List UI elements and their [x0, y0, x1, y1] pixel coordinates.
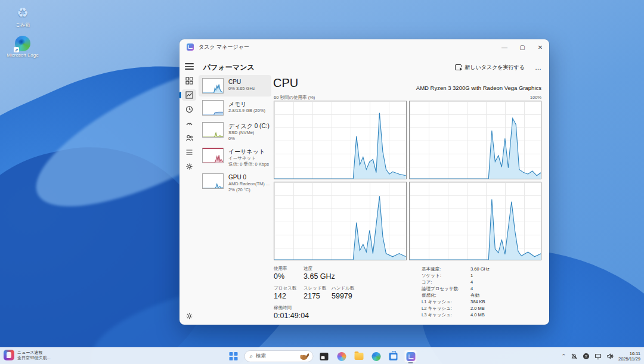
ethernet-mini-chart	[202, 148, 224, 163]
chart-max-label: 100%	[530, 95, 541, 100]
close-button[interactable]: ✕	[531, 40, 549, 54]
processes-label: プロセス数	[274, 285, 296, 291]
sidebar-item-ethernet[interactable]: イーサネット イーサネット 送信: 0 受信: 0 Kbps	[199, 145, 271, 170]
notification-bell-icon[interactable]	[571, 353, 578, 360]
threads-value: 2175	[304, 292, 320, 300]
l1-cache-value: 384 KB	[470, 299, 485, 304]
microsoft-store-icon	[389, 353, 398, 360]
search-placeholder: 検索	[256, 353, 295, 360]
taskbar-search-box[interactable]: ⌕ 検索	[244, 350, 314, 362]
startup-apps-icon	[185, 120, 193, 127]
run-new-task-label: 新しいタスクを実行する	[465, 64, 525, 71]
services-icon	[185, 163, 193, 170]
start-button[interactable]	[227, 350, 240, 363]
sidebar-disk-sub2: 0%	[228, 136, 269, 142]
shortcut-arrow-icon: ↗	[14, 47, 19, 52]
sidebar-gpu-sub1: AMD Radeon(TM) ...	[228, 181, 269, 187]
task-view-icon	[320, 353, 329, 360]
taskbar: ニュース速報 全日空95便欠航... ⌕ 検索 ⌃ 16:11 2025	[0, 347, 644, 364]
cpu-core-chart-2[interactable]	[274, 182, 407, 260]
file-explorer-icon	[354, 353, 363, 360]
rail-services[interactable]	[182, 161, 196, 172]
microsoft-store-button[interactable]	[387, 350, 400, 363]
virtualization-value: 有効	[470, 293, 479, 298]
minimize-button[interactable]: —	[496, 40, 513, 54]
sidebar-item-gpu[interactable]: GPU 0 AMD Radeon(TM) ... 2% (20 °C)	[199, 170, 271, 195]
sidebar-memory-sub: 2.8/13.9 GB (20%)	[228, 108, 265, 114]
sidebar-gpu-sub2: 2% (20 °C)	[228, 187, 269, 193]
widget-subline: 全日空95便欠航...	[17, 355, 51, 360]
usage-value: 0%	[274, 272, 284, 281]
sidebar-item-disk[interactable]: ディスク 0 (C:) SSD (NVMe) 0%	[199, 119, 271, 144]
rail-processes[interactable]	[182, 75, 196, 86]
edge-icon	[371, 352, 380, 361]
sidebar-item-memory[interactable]: メモリ 2.8/13.9 GB (20%)	[199, 97, 271, 119]
desktop-icon-recycle-bin[interactable]: ♻ ごみ箱	[6, 6, 39, 28]
processes-icon	[185, 77, 193, 85]
cpu-core-chart-0[interactable]	[274, 101, 407, 179]
widgets-icon	[4, 350, 14, 360]
status-circle-icon[interactable]	[583, 353, 590, 360]
task-manager-taskbar-button[interactable]	[404, 350, 417, 363]
handles-value: 59979	[332, 292, 352, 300]
rail-settings[interactable]	[179, 312, 199, 320]
run-new-task-button[interactable]: 新しいタスクを実行する	[451, 62, 529, 73]
search-highlight-squirrel-icon	[299, 352, 311, 360]
sidebar-disk-title: ディスク 0 (C:)	[228, 122, 269, 130]
cpu-model-name: AMD Ryzen 3 3200G with Radeon Vega Graph…	[416, 85, 541, 91]
sidebar-ethernet-title: イーサネット	[228, 148, 269, 155]
copilot-icon	[337, 352, 346, 361]
desktop-icon-edge[interactable]: ↗ Microsoft Edge	[6, 36, 39, 58]
task-manager-window: タスク マネージャー — ▢ ✕ パフォーマンス 新しいタスクを実行する …	[179, 39, 549, 325]
l1-cache-label: L1 キャッシュ:	[422, 299, 452, 305]
sockets-label: ソケット:	[422, 273, 441, 279]
logical-processors-label: 論理プロセッサ数:	[422, 286, 459, 292]
widget-headline: ニュース速報	[17, 350, 51, 355]
rail-performance[interactable]	[182, 89, 196, 101]
sidebar-item-cpu[interactable]: CPU 0% 3.65 GHz	[199, 75, 271, 97]
details-icon	[185, 148, 193, 156]
task-view-button[interactable]	[318, 350, 331, 363]
speed-value: 3.65 GHz	[304, 272, 335, 281]
sockets-value: 1	[470, 273, 473, 278]
cpu-panel-title: CPU	[273, 76, 298, 90]
maximize-button[interactable]: ▢	[513, 40, 531, 54]
cpu-core-chart-3[interactable]	[409, 182, 542, 260]
rail-users[interactable]	[182, 132, 196, 144]
more-options-button[interactable]: …	[535, 64, 542, 71]
edge-button[interactable]	[370, 350, 383, 363]
hidden-icons-chevron[interactable]: ⌃	[561, 353, 566, 359]
settings-icon	[185, 312, 193, 320]
performance-sidebar: CPU 0% 3.65 GHz メモリ 2.8/13.9 GB (20%) ディ…	[199, 75, 271, 196]
chart-axis-label: 60 秒間の使用率 (%)	[274, 95, 315, 101]
gpu-mini-chart	[202, 173, 224, 189]
rail-startup-apps[interactable]	[182, 118, 196, 129]
recycle-bin-label: ごみ箱	[16, 22, 30, 27]
l2-cache-value: 2.0 MB	[470, 306, 485, 311]
cpu-stats: 使用率 速度 0% 3.65 GHz プロセス数 スレッド数 ハンドル数 142…	[274, 266, 541, 321]
sidebar-cpu-title: CPU	[228, 78, 255, 86]
navigation-menu-button[interactable]	[185, 62, 194, 71]
l3-cache-value: 4.0 MB	[470, 312, 485, 318]
rail-details[interactable]	[182, 147, 196, 158]
network-display-icon[interactable]	[595, 353, 602, 360]
clock-time: 16:11	[618, 351, 640, 357]
threads-label: スレッド数	[304, 285, 326, 291]
taskbar-clock[interactable]: 16:11 2025/11/29	[618, 351, 640, 362]
run-new-task-icon	[455, 64, 462, 70]
file-explorer-button[interactable]	[352, 350, 366, 363]
speaker-icon[interactable]	[606, 353, 614, 360]
sidebar-memory-title: メモリ	[228, 100, 265, 108]
cpu-mini-chart	[202, 78, 224, 94]
copilot-button[interactable]	[335, 350, 348, 363]
uptime-label: 稼働時間	[274, 305, 292, 311]
widgets-button[interactable]: ニュース速報 全日空95便欠航...	[4, 350, 51, 360]
uptime-value: 0:01:49:04	[274, 312, 309, 320]
titlebar[interactable]: タスク マネージャー — ▢ ✕	[179, 39, 549, 55]
rail-app-history[interactable]	[182, 104, 196, 115]
virtualization-label: 仮想化:	[422, 293, 436, 298]
cpu-core-chart-1[interactable]	[409, 101, 542, 179]
cpu-core-charts	[274, 101, 541, 260]
window-title: タスク マネージャー	[199, 43, 249, 51]
l3-cache-label: L3 キャッシュ:	[422, 312, 452, 318]
